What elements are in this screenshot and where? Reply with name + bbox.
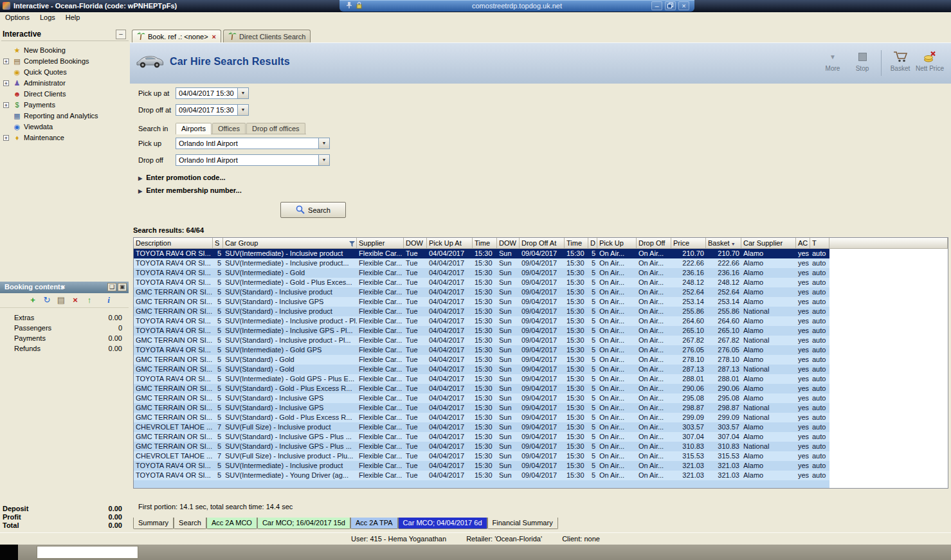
result-row[interactable]: GMC TERRAIN OR SI...5SUV(Standard) - Gol… <box>134 384 829 393</box>
result-row[interactable]: TOYOTA RAV4 OR SI...5SUV(Intermediate) -… <box>134 345 829 355</box>
booking-contents-float-button[interactable]: ❑ <box>107 283 116 291</box>
search-in-tab-drop-off-offices[interactable]: Drop off offices <box>246 123 305 134</box>
more-button[interactable]: ▼More <box>818 49 847 72</box>
grid-icon[interactable]: ▤ <box>55 294 67 306</box>
result-row[interactable]: TOYOTA RAV4 OR SI...5SUV(Intermediate) -… <box>134 471 829 480</box>
tab-close-icon[interactable]: × <box>212 33 216 41</box>
column-header-description-0[interactable]: Description <box>134 238 213 249</box>
expand-plus-icon[interactable]: + <box>3 102 9 108</box>
result-row[interactable]: TOYOTA RAV4 OR SI...5SUV(Intermediate) -… <box>134 374 829 384</box>
bottom-tab-car-mco-16-04-2017-15d[interactable]: Car MCO; 16/04/2017 15d <box>257 518 350 529</box>
result-row[interactable]: GMC TERRAIN OR SI...5SUV(Standard) - Gol… <box>134 355 829 365</box>
dropoff-at-field[interactable]: 09/04/2017 15:30 ▼ <box>176 104 249 116</box>
basket-button[interactable]: Basket <box>885 49 915 72</box>
dropoff-location-dropdown-icon[interactable]: ▼ <box>318 155 329 165</box>
sidebar-item-direct-clients[interactable]: ☻Direct Clients <box>0 89 129 100</box>
result-row[interactable]: TOYOTA RAV4 OR SI...5SUV(Intermediate) -… <box>134 278 829 287</box>
result-row[interactable]: TOYOTA RAV4 OR SI...5SUV(Intermediate) -… <box>134 326 829 336</box>
pickup-location-dropdown-icon[interactable]: ▼ <box>318 138 329 149</box>
booking-row-payments[interactable]: Payments0.00 <box>0 333 129 343</box>
column-header-pick-up-at-5[interactable]: Pick Up At <box>427 238 473 249</box>
close-button[interactable]: × <box>678 1 689 10</box>
column-header-dow-4[interactable]: DOW <box>404 238 427 249</box>
expand-plus-icon[interactable]: + <box>3 80 9 86</box>
sidebar-item-new-booking[interactable]: ★New Booking <box>0 45 129 56</box>
tab-direct-clients-search[interactable]: Direct Clients Search <box>223 30 311 42</box>
membership-number-expander[interactable]: ▶Enter membership number... <box>138 186 242 194</box>
bottom-tab-car-mco-04-04-2017-6d[interactable]: Car MCO; 04/04/2017 6d <box>398 518 487 529</box>
result-row[interactable]: TOYOTA RAV4 OR SI...5SUV(Intermediate) -… <box>134 258 829 268</box>
column-header-car-group-2[interactable]: Car Group <box>223 238 357 249</box>
minimize-button[interactable]: – <box>651 1 662 10</box>
expand-plus-icon[interactable]: + <box>3 135 9 141</box>
info-icon[interactable]: i <box>103 294 114 306</box>
column-header-drop-off-12[interactable]: Drop Off <box>637 238 671 249</box>
result-row[interactable]: GMC TERRAIN OR SI...5SUV(Standard) - Gol… <box>134 365 829 374</box>
column-header-ac-16[interactable]: AC <box>796 238 810 249</box>
result-row[interactable]: GMC TERRAIN OR SI...5SUV(Standard) - Inc… <box>134 393 829 403</box>
tab-book-ref-none[interactable]: Book. ref .: <none>× <box>132 30 221 43</box>
column-header-dow-7[interactable]: DOW <box>497 238 520 249</box>
column-header-drop-off-at-8[interactable]: Drop Off At <box>520 238 565 249</box>
dropoff-at-dropdown-icon[interactable]: ▼ <box>237 105 248 115</box>
sidebar-item-payments[interactable]: +$Payments <box>0 100 129 111</box>
result-row[interactable]: TOYOTA RAV4 OR SI...5SUV(Intermediate) -… <box>134 316 829 326</box>
result-row[interactable]: GMC TERRAIN OR SI...5SUV(Standard) - Gol… <box>134 413 829 422</box>
column-header-d-10[interactable]: D <box>588 238 597 249</box>
column-header-s-1[interactable]: S <box>213 238 223 249</box>
nett-price-button[interactable]: Nett Price <box>915 49 945 72</box>
result-row[interactable]: TOYOTA RAV4 OR SI...5SUV(Intermediate) -… <box>134 268 829 278</box>
search-in-tab-offices[interactable]: Offices <box>212 123 246 134</box>
promotion-code-expander[interactable]: ▶Enter promotion code... <box>138 174 226 181</box>
bottom-tab-search[interactable]: Search <box>174 518 206 529</box>
result-row[interactable]: GMC TERRAIN OR SI...5SUV(Standard) - Inc… <box>134 432 829 442</box>
search-button[interactable]: Search <box>280 202 346 218</box>
result-row[interactable]: GMC TERRAIN OR SI...5SUV(Standard) - Inc… <box>134 403 829 413</box>
result-row[interactable]: GMC TERRAIN OR SI...5SUV(Standard) - Inc… <box>134 442 829 451</box>
booking-row-refunds[interactable]: Refunds0.00 <box>0 343 129 354</box>
result-row[interactable]: TOYOTA RAV4 OR SI...5SUV(Intermediate) -… <box>134 461 829 471</box>
pickup-location-field[interactable]: Orlando Intl Airport ▼ <box>176 138 330 149</box>
column-header-time-9[interactable]: Time <box>565 238 588 249</box>
delete-icon[interactable]: × <box>69 294 81 306</box>
sidebar-item-administrator[interactable]: +♟Administrator <box>0 78 129 89</box>
stop-button[interactable]: Stop <box>847 49 877 72</box>
sidebar-item-maintenance[interactable]: +♦Maintenance <box>0 132 129 143</box>
column-header-car-supplier-15[interactable]: Car Supplier <box>741 238 796 249</box>
result-row[interactable]: TOYOTA RAV4 OR SI...5SUV(Intermediate) -… <box>134 249 829 258</box>
menu-help[interactable]: Help <box>60 12 86 23</box>
booking-row-passengers[interactable]: Passengers0 <box>0 323 129 333</box>
move-up-icon[interactable]: ↑ <box>84 294 95 306</box>
column-header-supplier-3[interactable]: Supplier <box>357 238 404 249</box>
search-in-tab-airports[interactable]: Airports <box>176 123 212 134</box>
booking-row-extras[interactable]: Extras0.00 <box>0 312 129 323</box>
filter-funnel-icon[interactable] <box>349 240 355 248</box>
bottom-tab-acc-2a-tpa[interactable]: Acc 2A TPA <box>350 518 398 529</box>
menu-options[interactable]: Options <box>0 12 35 23</box>
bottom-tab-summary[interactable]: Summary <box>133 518 174 529</box>
bottom-tab-acc-2a-mco[interactable]: Acc 2A MCO <box>206 518 257 529</box>
column-header-t-17[interactable]: T <box>810 238 829 249</box>
result-row[interactable]: GMC TERRAIN OR SI...5SUV(Standard) - Inc… <box>134 297 829 307</box>
sidebar-item-reporting-and-analytics[interactable]: ▦Reporting and Analytics <box>0 111 129 122</box>
result-row[interactable]: GMC TERRAIN OR SI...5SUV(Standard) - Inc… <box>134 287 829 297</box>
result-row[interactable]: GMC TERRAIN OR SI...5SUV(Standard) - Inc… <box>134 307 829 316</box>
column-header-time-6[interactable]: Time <box>473 238 497 249</box>
expand-plus-icon[interactable]: + <box>3 59 9 64</box>
restore-button[interactable] <box>665 1 676 10</box>
pickup-at-field[interactable]: 04/04/2017 15:30 ▼ <box>176 87 249 99</box>
sidebar-collapse-button[interactable]: – <box>116 30 126 39</box>
sidebar-item-quick-quotes[interactable]: ◉Quick Quotes <box>0 67 129 78</box>
menu-logs[interactable]: Logs <box>35 12 60 23</box>
bottom-tab-financial-summary[interactable]: Financial Summary <box>487 518 558 529</box>
column-header-basket-14[interactable]: Basket▼ <box>706 238 741 249</box>
add-item-icon[interactable]: + <box>27 294 39 306</box>
pickup-at-dropdown-icon[interactable]: ▼ <box>237 88 248 98</box>
result-row[interactable]: GMC TERRAIN OR SI...5SUV(Standard) - Inc… <box>134 336 829 345</box>
refresh-icon[interactable]: ↻ <box>41 294 53 306</box>
booking-contents-close-icon[interactable]: × <box>61 283 65 291</box>
result-row[interactable]: CHEVROLET TAHOE ...7SUV(Full Size) - Inc… <box>134 422 829 432</box>
result-row[interactable]: CHEVROLET TAHOE ...7SUV(Full Size) - Inc… <box>134 451 829 461</box>
column-header-pick-up-11[interactable]: Pick Up <box>597 238 637 249</box>
booking-contents-dock-button[interactable]: ▣ <box>118 283 127 291</box>
